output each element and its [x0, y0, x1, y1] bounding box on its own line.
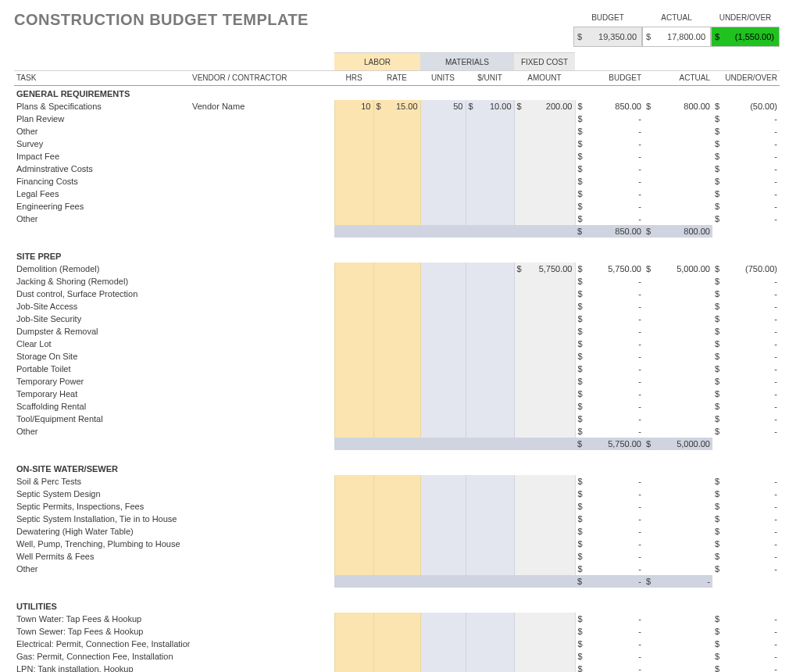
task-cell[interactable]: Job-Site Security: [14, 313, 190, 325]
amount-cell[interactable]: [514, 150, 575, 163]
under-cell[interactable]: $-: [712, 388, 780, 400]
units-cell[interactable]: [420, 475, 466, 488]
sub-empty[interactable]: [190, 575, 334, 588]
under-cell[interactable]: $-: [712, 663, 780, 672]
col-budget[interactable]: BUDGET: [575, 71, 644, 86]
rate-cell[interactable]: [373, 150, 420, 163]
perunit-cell[interactable]: [466, 400, 514, 413]
units-cell[interactable]: [420, 538, 466, 550]
budget-cell[interactable]: $-: [575, 113, 644, 125]
units-cell[interactable]: [420, 175, 466, 188]
vendor-cell[interactable]: [190, 300, 334, 313]
under-cell[interactable]: $-: [712, 650, 780, 663]
perunit-cell[interactable]: [466, 375, 514, 388]
actual-cell[interactable]: [644, 388, 712, 400]
actual-cell[interactable]: [644, 475, 712, 488]
budget-cell[interactable]: $-: [575, 125, 644, 138]
rate-cell[interactable]: [373, 375, 420, 388]
hrs-cell[interactable]: [334, 338, 373, 350]
actual-cell[interactable]: [644, 638, 712, 650]
rate-cell[interactable]: [373, 425, 420, 438]
rate-cell[interactable]: [373, 538, 420, 550]
amount-cell[interactable]: [514, 500, 575, 513]
amount-cell[interactable]: [514, 550, 575, 563]
under-cell[interactable]: $-: [712, 475, 780, 488]
rate-cell[interactable]: [373, 650, 420, 663]
budget-cell[interactable]: $-: [575, 338, 644, 350]
vendor-cell[interactable]: [190, 325, 334, 338]
rate-cell[interactable]: [373, 513, 420, 525]
hrs-cell[interactable]: [334, 138, 373, 150]
rate-cell[interactable]: [373, 300, 420, 313]
budget-cell[interactable]: $-: [575, 513, 644, 525]
actual-cell[interactable]: [644, 325, 712, 338]
hrs-cell[interactable]: [334, 125, 373, 138]
amount-cell[interactable]: [514, 650, 575, 663]
amount-cell[interactable]: [514, 113, 575, 125]
task-cell[interactable]: Gas: Permit, Connection Fee, Installatio…: [14, 650, 190, 663]
budget-cell[interactable]: $-: [575, 663, 644, 672]
actual-cell[interactable]: [644, 125, 712, 138]
vendor-cell[interactable]: [190, 288, 334, 300]
vendor-cell[interactable]: [190, 613, 334, 625]
rate-cell[interactable]: $15.00: [373, 100, 420, 113]
rate-cell[interactable]: [373, 475, 420, 488]
vendor-cell[interactable]: [190, 525, 334, 538]
task-cell[interactable]: Legal Fees: [14, 188, 190, 200]
vendor-cell[interactable]: [190, 563, 334, 575]
sub-empty[interactable]: [373, 575, 420, 588]
units-cell[interactable]: [420, 413, 466, 425]
vendor-cell[interactable]: [190, 550, 334, 563]
rate-cell[interactable]: [373, 200, 420, 213]
perunit-cell[interactable]: [466, 200, 514, 213]
actual-cell[interactable]: [644, 500, 712, 513]
actual-cell[interactable]: [644, 275, 712, 288]
col-rate[interactable]: RATE: [373, 71, 420, 86]
budget-cell[interactable]: $-: [575, 613, 644, 625]
perunit-cell[interactable]: [466, 388, 514, 400]
perunit-cell[interactable]: [466, 275, 514, 288]
amount-cell[interactable]: [514, 488, 575, 500]
subtotal-actual[interactable]: $5,000.00: [644, 438, 712, 450]
amount-cell[interactable]: [514, 338, 575, 350]
actual-cell[interactable]: [644, 188, 712, 200]
perunit-cell[interactable]: [466, 475, 514, 488]
units-cell[interactable]: [420, 513, 466, 525]
perunit-cell[interactable]: [466, 313, 514, 325]
amount-cell[interactable]: [514, 663, 575, 672]
perunit-cell[interactable]: [466, 138, 514, 150]
rate-cell[interactable]: [373, 525, 420, 538]
hrs-cell[interactable]: [334, 150, 373, 163]
actual-cell[interactable]: [644, 400, 712, 413]
budget-cell[interactable]: $-: [575, 363, 644, 375]
sub-empty[interactable]: [373, 225, 420, 238]
task-cell[interactable]: Other: [14, 125, 190, 138]
budget-cell[interactable]: $-: [575, 375, 644, 388]
hrs-cell[interactable]: [334, 550, 373, 563]
budget-cell[interactable]: $-: [575, 275, 644, 288]
task-cell[interactable]: Well, Pump, Trenching, Plumbing to House: [14, 538, 190, 550]
amount-cell[interactable]: [514, 613, 575, 625]
perunit-cell[interactable]: [466, 563, 514, 575]
task-cell[interactable]: Scaffolding Rental: [14, 400, 190, 413]
budget-cell[interactable]: $-: [575, 638, 644, 650]
actual-cell[interactable]: [644, 338, 712, 350]
under-cell[interactable]: $-: [712, 363, 780, 375]
under-cell[interactable]: $-: [712, 538, 780, 550]
vendor-cell[interactable]: [190, 200, 334, 213]
perunit-cell[interactable]: [466, 500, 514, 513]
vendor-cell[interactable]: [190, 375, 334, 388]
sub-empty[interactable]: [334, 225, 373, 238]
under-cell[interactable]: $-: [712, 275, 780, 288]
actual-cell[interactable]: [644, 288, 712, 300]
under-cell[interactable]: $-: [712, 213, 780, 225]
vendor-cell[interactable]: Vendor Name: [190, 100, 334, 113]
perunit-cell[interactable]: [466, 538, 514, 550]
task-cell[interactable]: Clear Lot: [14, 338, 190, 350]
hrs-cell[interactable]: [334, 213, 373, 225]
task-cell[interactable]: Adminstrative Costs: [14, 163, 190, 175]
actual-cell[interactable]: [644, 563, 712, 575]
subtotal-budget[interactable]: $-: [575, 575, 644, 588]
hrs-cell[interactable]: [334, 175, 373, 188]
hrs-cell[interactable]: [334, 625, 373, 638]
